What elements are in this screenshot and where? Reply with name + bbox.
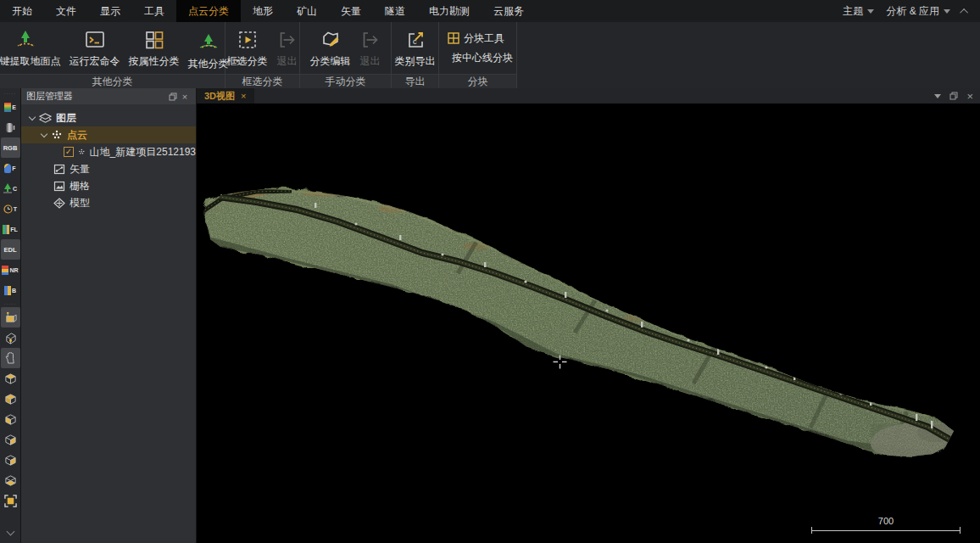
tree-row-model[interactable]: 模型 (21, 194, 196, 211)
block-tool-icon (448, 32, 459, 44)
block-tool-button[interactable]: 分块工具 (443, 31, 516, 47)
box-select-classify-button[interactable]: 框选分类 (223, 24, 272, 74)
display-by-time-button[interactable]: T (1, 199, 20, 219)
layer-manager-panel: 图层管理器 × 图层 (21, 88, 197, 543)
classify-edit-button[interactable]: 分类编辑 (306, 24, 355, 74)
zoom-extent-button[interactable] (1, 490, 20, 511)
mode-letter: NR (9, 267, 18, 273)
box-select-exit-button[interactable]: 退出 (272, 24, 303, 74)
theme-dropdown[interactable]: 主题 (843, 4, 874, 19)
menu-tab-file[interactable]: 文件 (44, 0, 88, 22)
returns-bars-icon (2, 266, 8, 275)
menu-tab-power-survey[interactable]: 电力勘测 (417, 0, 482, 22)
raster-icon (53, 181, 65, 192)
tree-label: 栅格 (70, 179, 90, 193)
menu-tab-mining[interactable]: 矿山 (285, 0, 329, 22)
ribbon-group-label: 分块 (439, 74, 516, 88)
front-view-button[interactable] (1, 450, 20, 470)
ribbon-group-label: 其他分类 (0, 74, 225, 88)
display-by-return-number-button[interactable]: NR (1, 260, 20, 280)
pan-tool-button[interactable] (1, 348, 20, 368)
pick-tool-button[interactable] (1, 307, 20, 327)
ribbon-group-label: 框选分类 (226, 74, 299, 88)
display-by-feature-button[interactable]: F (1, 158, 20, 178)
tree-row-pointcloud-item[interactable]: ✓ 山地_新建项目2512193 (21, 143, 196, 160)
menu-tab-pointcloud-classify[interactable]: 点云分类 (176, 0, 241, 22)
toolbar-drag-handle: ····· (4, 90, 17, 97)
display-by-intensity-button[interactable]: I (1, 117, 20, 137)
block-by-centerline-button[interactable]: 按中心线分块 (443, 50, 516, 66)
tree-label: 模型 (70, 196, 90, 210)
display-edl-button[interactable]: EDL (1, 239, 20, 260)
close-tab-icon[interactable]: × (241, 91, 246, 101)
tree-row-pointcloud[interactable]: 点云 (21, 126, 196, 143)
menu-tab-start[interactable]: 开始 (0, 0, 44, 22)
classify-edit-icon (320, 27, 342, 53)
menu-tab-cloud-service[interactable]: 云服务 (482, 0, 536, 22)
collapse-ribbon-icon[interactable] (960, 8, 968, 16)
menu-tab-vector[interactable]: 矢量 (329, 0, 373, 22)
viewport-3d[interactable]: 700 (197, 104, 980, 543)
vector-icon (53, 164, 65, 175)
mode-letter: C (13, 186, 17, 192)
category-export-button[interactable]: c 类别导出 (391, 24, 440, 74)
menu-tab-terrain[interactable]: 地形 (241, 0, 285, 22)
crosshair-cursor (553, 355, 567, 369)
pick-box-icon (4, 311, 17, 324)
tree-row-vector[interactable]: 矢量 (21, 160, 196, 177)
menubar: 开始 文件 显示 工具 点云分类 地形 矿山 矢量 隧道 电力勘测 云服务 主题… (0, 0, 980, 22)
layer-visibility-checkbox[interactable]: ✓ (64, 147, 74, 157)
classify-by-attribute-button[interactable]: 按属性分类 (125, 24, 184, 74)
extract-ground-points-button[interactable]: 一键提取地面点 (0, 24, 65, 74)
ribbon-group-other-classify: 一键提取地面点 运行宏命令 (0, 22, 226, 88)
application-window: 开始 文件 显示 工具 点云分类 地形 矿山 矢量 隧道 电力勘测 云服务 主题… (0, 0, 980, 543)
tree-label: 山地_新建项目2512193 (90, 145, 196, 160)
flightline-bars-icon (3, 225, 9, 234)
menu-tabs: 开始 文件 显示 工具 点云分类 地形 矿山 矢量 隧道 电力勘测 云服务 (0, 0, 536, 22)
button-label: 运行宏命令 (70, 55, 120, 67)
mode-letter: EDL (4, 246, 17, 254)
analysis-apps-dropdown[interactable]: 分析 & 应用 (886, 4, 950, 19)
tab-list-chevron-icon[interactable] (934, 94, 941, 98)
float-panel-icon[interactable] (167, 91, 179, 103)
collapse-chevron-icon[interactable] (41, 130, 47, 137)
top-view-button[interactable] (1, 368, 20, 389)
view-tabbar: 3D视图 × × (197, 88, 980, 104)
left-view-button[interactable] (1, 409, 20, 429)
orbit-view-button[interactable] (1, 327, 20, 348)
manual-classify-exit-button[interactable]: 退出 (355, 24, 386, 74)
display-by-class-button[interactable]: C (1, 178, 20, 199)
clock-icon (3, 204, 13, 214)
run-macro-button[interactable]: 运行宏命令 (65, 24, 125, 74)
mode-letter: I (14, 125, 15, 131)
exit-icon (276, 27, 298, 53)
tree-row-layers-root[interactable]: 图层 (21, 109, 196, 126)
display-by-flightline-button[interactable]: FL (1, 219, 20, 239)
mode-letter: FL (10, 227, 18, 232)
scale-bar-value: 700 (811, 516, 961, 526)
menu-tab-display[interactable]: 显示 (88, 0, 132, 22)
tabbar-controls: × (934, 88, 980, 104)
iso-view-button[interactable] (1, 389, 20, 409)
scale-bar: 700 (811, 516, 961, 534)
menu-tab-tunnel[interactable]: 隧道 (373, 0, 417, 22)
tree-row-raster[interactable]: 栅格 (21, 177, 196, 194)
bottom-view-button[interactable] (1, 470, 20, 490)
more-tools-chevron[interactable] (1, 523, 20, 543)
collapse-chevron-icon[interactable] (29, 113, 36, 120)
analysis-apps-label: 分析 & 应用 (886, 4, 939, 19)
close-panel-icon[interactable]: × (179, 91, 191, 103)
tree-label: 矢量 (70, 162, 90, 176)
display-by-rgb-button[interactable]: RGB (1, 137, 20, 158)
restore-view-icon[interactable] (949, 92, 958, 100)
ribbon-group-box-select-classify: 框选分类 退出 框选分类 (226, 22, 300, 88)
elevation-ramp-icon (4, 103, 11, 112)
tab-3d-view[interactable]: 3D视图 × (197, 88, 254, 104)
menu-tab-tools[interactable]: 工具 (132, 0, 176, 22)
ribbon-group-label: 手动分类 (300, 74, 391, 88)
close-view-icon[interactable]: × (966, 92, 973, 101)
right-view-button[interactable] (1, 429, 20, 450)
display-blend-button[interactable]: B (1, 280, 20, 300)
menubar-right: 主题 分析 & 应用 (843, 0, 980, 22)
display-by-elevation-button[interactable]: E (1, 97, 20, 117)
